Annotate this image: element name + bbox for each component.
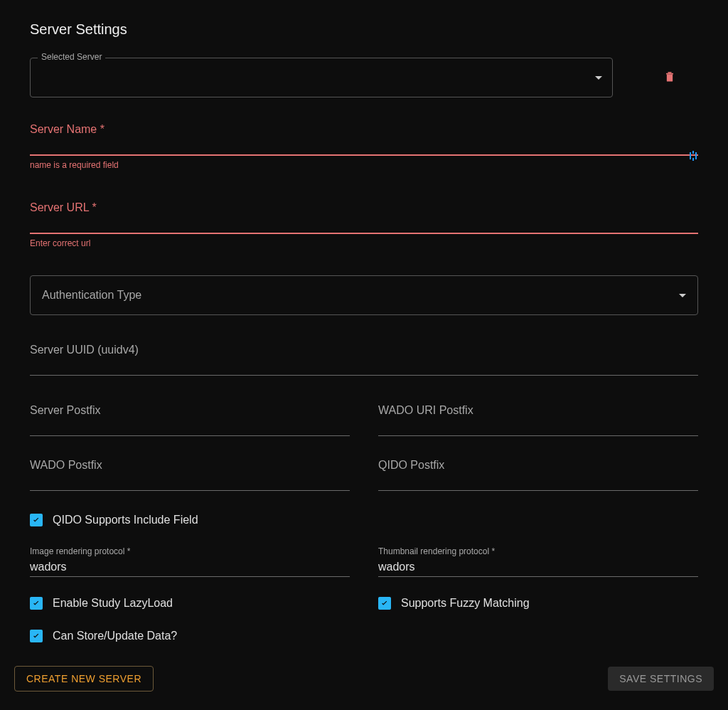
qido-include-label: QIDO Supports Include Field	[53, 514, 198, 526]
auth-type-label: Authentication Type	[42, 289, 141, 302]
qido-postfix-label: QIDO Postfix	[378, 459, 698, 472]
check-icon	[380, 598, 390, 608]
server-url-error: Enter correct url	[30, 238, 698, 248]
trash-icon	[663, 68, 677, 84]
check-icon	[31, 631, 41, 641]
server-url-label: Server URL *	[30, 201, 698, 214]
enable-lazyload-row: Enable Study LazyLoad	[30, 597, 350, 610]
server-postfix-input[interactable]	[30, 418, 350, 436]
thumb-protocol-input[interactable]	[378, 559, 698, 577]
selected-server-select[interactable]: Selected Server	[30, 58, 613, 97]
wado-uri-postfix-label: WADO URI Postfix	[378, 404, 698, 417]
delete-server-button[interactable]	[663, 68, 677, 87]
selected-server-label: Selected Server	[38, 52, 105, 62]
qido-include-row: QIDO Supports Include Field	[30, 514, 698, 526]
image-protocol-field: Image rendering protocol *	[30, 546, 350, 577]
thumb-protocol-label: Thumbnail rendering protocol *	[378, 546, 698, 556]
server-postfix-label: Server Postfix	[30, 404, 350, 417]
wado-uri-postfix-field: WADO URI Postfix	[378, 404, 698, 436]
svg-rect-1	[692, 151, 694, 154]
fuzzy-matching-label: Supports Fuzzy Matching	[401, 597, 530, 610]
check-icon	[31, 598, 41, 608]
create-new-server-button[interactable]: Create New Server	[14, 666, 154, 692]
server-name-label: Server Name *	[30, 123, 698, 136]
enable-lazyload-checkbox[interactable]	[30, 597, 43, 610]
wado-postfix-field: WADO Postfix	[30, 459, 350, 491]
chevron-down-icon	[679, 294, 686, 297]
svg-rect-2	[692, 158, 694, 161]
can-store-label: Can Store/Update Data?	[53, 630, 177, 642]
wado-postfix-label: WADO Postfix	[30, 459, 350, 472]
enable-lazyload-label: Enable Study LazyLoad	[53, 597, 173, 610]
chevron-down-icon	[595, 76, 602, 80]
fuzzy-matching-checkbox[interactable]	[378, 597, 391, 610]
check-icon	[31, 515, 41, 525]
server-url-input[interactable]	[30, 216, 698, 234]
can-store-checkbox[interactable]	[30, 630, 43, 642]
server-url-field: Server URL * Enter correct url	[30, 201, 698, 248]
wado-uri-postfix-input[interactable]	[378, 418, 698, 436]
auth-type-select[interactable]: Authentication Type	[30, 275, 698, 315]
server-name-field: Server Name * name is a required field	[30, 123, 698, 170]
qido-postfix-input[interactable]	[378, 473, 698, 491]
image-protocol-input[interactable]	[30, 559, 350, 577]
qido-postfix-field: QIDO Postfix	[378, 459, 698, 491]
server-postfix-field: Server Postfix	[30, 404, 350, 436]
server-uuid-label: Server UUID (uuidv4)	[30, 344, 698, 356]
qido-include-checkbox[interactable]	[30, 514, 43, 526]
fuzzy-matching-row: Supports Fuzzy Matching	[378, 597, 698, 610]
save-settings-button[interactable]: Save Settings	[608, 667, 714, 691]
svg-rect-0	[690, 152, 691, 159]
page-title: Server Settings	[30, 21, 712, 38]
svg-rect-3	[695, 152, 697, 159]
server-uuid-input[interactable]	[30, 358, 698, 376]
thumb-protocol-field: Thumbnail rendering protocol *	[378, 546, 698, 577]
text-cursor-icon	[690, 151, 698, 163]
can-store-row: Can Store/Update Data?	[30, 630, 698, 642]
server-name-input[interactable]	[30, 137, 698, 156]
wado-postfix-input[interactable]	[30, 473, 350, 491]
image-protocol-label: Image rendering protocol *	[30, 546, 350, 556]
server-name-error: name is a required field	[30, 160, 698, 170]
server-uuid-field: Server UUID (uuidv4)	[30, 344, 698, 376]
